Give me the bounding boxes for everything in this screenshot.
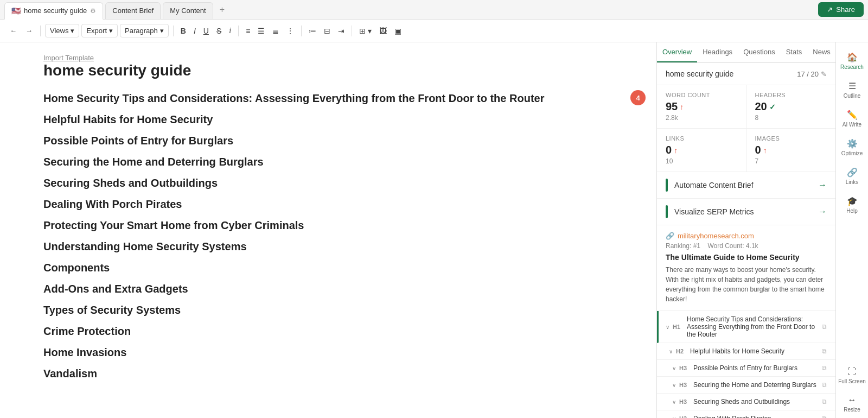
automate-brief-button[interactable]: Automate Content Brief → [657, 172, 835, 199]
undo-button[interactable]: ← [7, 24, 20, 37]
copy-icon[interactable]: ⧉ [822, 398, 827, 406]
help-icon: 🎓 [847, 196, 858, 206]
heading-11[interactable]: Types of Security Systems [43, 304, 613, 316]
ordered-list-button[interactable]: ⊟ [321, 24, 333, 37]
bold-button[interactable]: B [178, 24, 189, 37]
image-button[interactable]: 🖼 [376, 24, 390, 37]
copy-icon[interactable]: ⧉ [822, 323, 827, 331]
align-justify-button[interactable]: ⋮ [284, 24, 297, 37]
arrow-icon-2: → [818, 207, 827, 217]
fullscreen-icon: ⛶ [847, 367, 856, 377]
gear-icon[interactable]: ⚙ [90, 7, 96, 15]
redo-button[interactable]: → [22, 24, 36, 37]
tree-heading-h3-2[interactable]: ∨ H3 Securing the Home and Deterring Bur… [657, 377, 835, 394]
images-sub: 7 [755, 157, 827, 165]
tab-questions[interactable]: Questions [738, 42, 781, 62]
heading-3[interactable]: Possible Points of Entry for Burglars [43, 135, 613, 147]
italic2-button[interactable]: i [226, 24, 234, 37]
indent-button[interactable]: ⇥ [335, 24, 347, 37]
tree-heading-h3-1[interactable]: ∨ H3 Possible Points of Entry for Burgla… [657, 360, 835, 377]
icon-bar: 🏠 Research ☰ Outline ✏️ AI Write ⚙️ Opti… [835, 42, 868, 418]
align-center-button[interactable]: ☰ [255, 24, 267, 37]
views-label: Views [50, 27, 68, 35]
tree-heading-h1[interactable]: ∨ H1 Home Security Tips and Consideratio… [657, 311, 835, 343]
sidebar-item-help[interactable]: 🎓 Help [836, 191, 868, 219]
competitor-url[interactable]: 🔗 militaryhomesearch.com [666, 232, 827, 240]
editor-area[interactable]: Import Template 4 home security guide Ho… [0, 42, 656, 418]
italic-button[interactable]: I [191, 24, 199, 37]
document-title[interactable]: home security guide [43, 62, 613, 79]
links-icon: 🔗 [847, 167, 858, 178]
heading-2[interactable]: Helpful Habits for Home Security [43, 113, 613, 126]
heading-5[interactable]: Securing Sheds and Outbuildings [43, 177, 613, 189]
paragraph-dropdown[interactable]: Paragraph ▾ [120, 24, 169, 37]
tree-heading-h3-4[interactable]: ∨ H3 Dealing With Porch Pirates ⧉ [657, 410, 835, 418]
sidebar-item-fullscreen[interactable]: ⛶ Full Screen [838, 362, 866, 390]
tab-stats[interactable]: Stats [781, 42, 808, 62]
heading-4[interactable]: Securing the Home and Deterring Burglars [43, 156, 613, 168]
share-label: Share [836, 5, 855, 14]
arrow-icon: → [818, 180, 827, 190]
heading-8[interactable]: Understanding Home Security Systems [43, 240, 613, 253]
copy-icon[interactable]: ⧉ [822, 381, 827, 389]
sidebar-item-resize[interactable]: ↔ Resize [838, 390, 866, 418]
ai-write-label: AI Write [843, 122, 861, 128]
tab-home-security[interactable]: 🇺🇸 home security guide ⚙ [4, 2, 103, 20]
tree-heading-h3-3[interactable]: ∨ H3 Securing Sheds and Outbuildings ⧉ [657, 394, 835, 410]
sidebar-item-ai-write[interactable]: ✏️ AI Write [836, 104, 868, 133]
tab-overview[interactable]: Overview [657, 42, 697, 62]
tab-news[interactable]: News [807, 42, 835, 62]
tab-headings[interactable]: Headings [697, 42, 738, 62]
link-icon: 🔗 [666, 232, 674, 240]
heading-1[interactable]: Home Security Tips and Considerations: A… [43, 92, 613, 105]
fullscreen-label: Full Screen [838, 378, 866, 384]
heading-7[interactable]: Protecting Your Smart Home from Cyber Cr… [43, 219, 613, 232]
links-label: LINKS [666, 135, 737, 142]
sidebar-item-research[interactable]: 🏠 Research [836, 47, 868, 75]
toolbar-separator-5 [352, 26, 352, 36]
strikethrough-button[interactable]: S [214, 24, 224, 37]
images-cell: IMAGES 0 ↑ 7 [746, 128, 836, 172]
resize-label: Resize [844, 407, 860, 413]
sidebar-item-outline[interactable]: ☰ Outline [836, 75, 868, 104]
align-left-button[interactable]: ≡ [243, 24, 253, 37]
green-dot [666, 179, 668, 192]
copy-icon[interactable]: ⧉ [822, 364, 827, 372]
outline-icon: ☰ [848, 81, 856, 91]
right-panel-tab-bar: Overview Headings Questions Stats News W… [657, 42, 835, 63]
chevron-icon: ∨ [666, 324, 669, 330]
images-arrow: ↑ [763, 146, 767, 155]
heading-9[interactable]: Components [43, 262, 613, 274]
headers-label: HEADERS [755, 92, 827, 98]
copy-icon[interactable]: ⧉ [822, 415, 827, 418]
code-button[interactable]: ▣ [392, 24, 404, 37]
edit-icon[interactable]: ✎ [821, 70, 827, 78]
heading-13[interactable]: Home Invasions [43, 346, 613, 359]
heading-12[interactable]: Crime Protection [43, 325, 613, 338]
heading-6[interactable]: Dealing With Porch Pirates [43, 198, 613, 211]
heading-14[interactable]: Vandalism [43, 368, 613, 380]
heading-10[interactable]: Add-Ons and Extra Gadgets [43, 283, 613, 295]
competitor-title: The Ultimate Guide to Home Security [666, 253, 827, 262]
table-button[interactable]: ⊞ ▾ [356, 24, 374, 37]
sidebar-item-links[interactable]: 🔗 Links [836, 162, 868, 191]
add-tab-button[interactable]: + [215, 3, 229, 17]
import-template-link[interactable]: Import Template [43, 54, 94, 62]
sidebar-item-optimize[interactable]: ⚙️ Optimize [836, 133, 868, 162]
research-icon: 🏠 [847, 52, 858, 62]
visualize-serp-button[interactable]: Visualize SERP Metrics → [657, 199, 835, 225]
tree-heading-h2-1[interactable]: ∨ H2 Helpful Habits for Home Security ⧉ [657, 343, 835, 360]
bullet-list-button[interactable]: ≔ [306, 24, 319, 37]
paragraph-label: Paragraph [125, 27, 158, 35]
headers-value: 20 ✓ [755, 100, 827, 113]
copy-icon[interactable]: ⧉ [822, 347, 827, 355]
export-dropdown[interactable]: Export ▾ [81, 24, 118, 37]
underline-button[interactable]: U [201, 24, 212, 37]
share-button[interactable]: ↗ Share [818, 2, 864, 17]
toolbar-separator-2 [173, 26, 174, 36]
tab-content-brief[interactable]: Content Brief [105, 2, 161, 20]
tab-my-content[interactable]: My Content [163, 2, 213, 20]
views-dropdown[interactable]: Views ▾ [45, 24, 79, 37]
align-right-button[interactable]: ≣ [270, 24, 282, 37]
toolbar-separator [40, 26, 41, 36]
